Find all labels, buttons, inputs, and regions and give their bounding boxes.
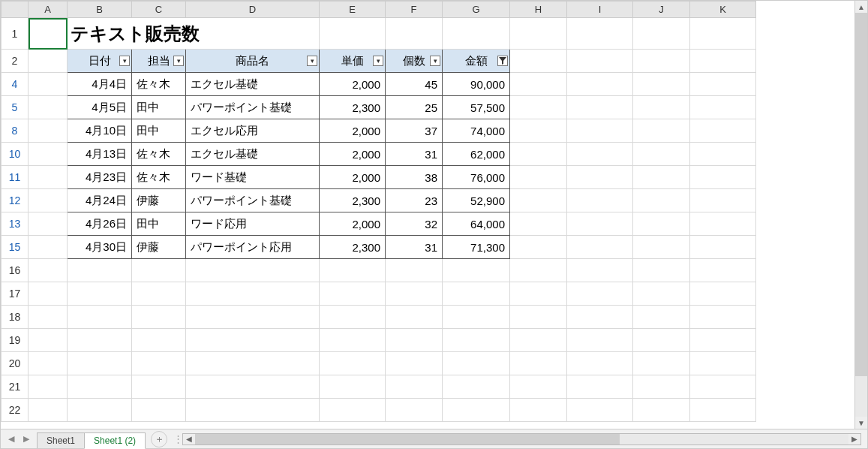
cell[interactable] xyxy=(186,375,320,399)
column-header-F[interactable]: F xyxy=(386,2,443,18)
filter-dropdown-icon[interactable]: ▾ xyxy=(173,56,184,66)
filter-dropdown-icon[interactable]: ▾ xyxy=(373,56,383,66)
data-cell-qty[interactable]: 37 xyxy=(386,119,443,143)
cell[interactable] xyxy=(510,73,567,96)
column-header-J[interactable]: J xyxy=(633,2,690,18)
cell[interactable] xyxy=(510,282,567,306)
cell[interactable] xyxy=(132,306,186,329)
cell[interactable] xyxy=(633,282,690,306)
cell[interactable] xyxy=(68,282,132,306)
data-cell-date[interactable]: 4月10日 xyxy=(68,119,132,143)
cell[interactable] xyxy=(186,399,320,422)
row-header[interactable]: 5 xyxy=(2,96,29,119)
cell[interactable] xyxy=(633,50,690,73)
row-header[interactable]: 22 xyxy=(2,399,29,422)
cell[interactable] xyxy=(633,73,690,96)
data-cell-qty[interactable]: 45 xyxy=(386,73,443,96)
cell[interactable] xyxy=(186,352,320,375)
cell[interactable] xyxy=(567,212,633,236)
hscroll-track[interactable] xyxy=(195,434,848,444)
cell[interactable] xyxy=(443,399,510,422)
cell[interactable] xyxy=(567,329,633,352)
cell[interactable] xyxy=(567,18,633,50)
data-cell-price[interactable]: 2,000 xyxy=(320,143,386,166)
data-cell-amount[interactable]: 74,000 xyxy=(443,119,510,143)
select-all-corner[interactable] xyxy=(2,2,29,18)
data-cell-price[interactable]: 2,300 xyxy=(320,236,386,259)
cell[interactable] xyxy=(690,236,756,259)
cell[interactable] xyxy=(510,119,567,143)
cell[interactable] xyxy=(29,259,68,282)
cell[interactable] xyxy=(29,236,68,259)
data-cell-staff[interactable]: 伊藤 xyxy=(132,189,186,212)
cell[interactable] xyxy=(132,329,186,352)
cell[interactable] xyxy=(567,236,633,259)
cell[interactable] xyxy=(68,329,132,352)
cell[interactable] xyxy=(68,259,132,282)
cell[interactable] xyxy=(690,119,756,143)
cell[interactable] xyxy=(29,212,68,236)
sheet-tab[interactable]: Sheet1 xyxy=(37,432,85,448)
vscroll-track[interactable] xyxy=(855,13,867,417)
vscroll-thumb[interactable] xyxy=(855,13,867,376)
data-cell-product[interactable]: パワーポイント基礎 xyxy=(186,189,320,212)
cell[interactable] xyxy=(690,143,756,166)
cell[interactable] xyxy=(186,329,320,352)
cell[interactable] xyxy=(510,212,567,236)
row-header[interactable]: 15 xyxy=(2,236,29,259)
data-cell-price[interactable]: 2,000 xyxy=(320,166,386,189)
row-header[interactable]: 18 xyxy=(2,306,29,329)
cell[interactable] xyxy=(29,375,68,399)
tab-next-button[interactable]: ▶ xyxy=(20,433,32,445)
cell[interactable] xyxy=(320,329,386,352)
cell[interactable] xyxy=(386,329,443,352)
table-header-staff[interactable]: 担当▾ xyxy=(132,50,186,73)
scroll-up-button[interactable]: ▲ xyxy=(855,1,867,13)
column-header-G[interactable]: G xyxy=(443,2,510,18)
data-cell-product[interactable]: パワーポイント基礎 xyxy=(186,96,320,119)
cell[interactable] xyxy=(567,166,633,189)
scroll-right-button[interactable]: ▶ xyxy=(848,434,860,444)
cell[interactable] xyxy=(510,50,567,73)
cell[interactable] xyxy=(567,259,633,282)
column-header-H[interactable]: H xyxy=(510,2,567,18)
filter-dropdown-icon[interactable]: ▾ xyxy=(119,56,130,66)
column-header-K[interactable]: K xyxy=(690,2,756,18)
filter-dropdown-icon[interactable]: ▾ xyxy=(307,56,317,66)
cell[interactable] xyxy=(510,306,567,329)
cell[interactable] xyxy=(510,166,567,189)
cell[interactable] xyxy=(386,306,443,329)
tab-resize-grip[interactable]: ⋮ xyxy=(173,433,178,444)
row-header[interactable]: 8 xyxy=(2,119,29,143)
cell[interactable] xyxy=(567,73,633,96)
sheet-tab[interactable]: Sheet1 (2) xyxy=(84,432,146,449)
cell[interactable] xyxy=(633,329,690,352)
new-sheet-button[interactable]: ＋ xyxy=(151,431,167,447)
data-cell-qty[interactable]: 31 xyxy=(386,143,443,166)
cell[interactable] xyxy=(510,18,567,50)
column-header-B[interactable]: B xyxy=(68,2,132,18)
data-cell-amount[interactable]: 71,300 xyxy=(443,236,510,259)
data-cell-amount[interactable]: 90,000 xyxy=(443,73,510,96)
data-cell-staff[interactable]: 佐々木 xyxy=(132,73,186,96)
cell[interactable] xyxy=(510,352,567,375)
table-header-date[interactable]: 日付▾ xyxy=(68,50,132,73)
row-header[interactable]: 13 xyxy=(2,212,29,236)
tab-prev-button[interactable]: ◀ xyxy=(5,433,17,445)
cell[interactable] xyxy=(510,96,567,119)
cell[interactable] xyxy=(320,282,386,306)
cell[interactable] xyxy=(320,306,386,329)
cell[interactable] xyxy=(690,18,756,50)
cell[interactable] xyxy=(29,73,68,96)
data-cell-staff[interactable]: 田中 xyxy=(132,119,186,143)
cell[interactable] xyxy=(29,50,68,73)
cell[interactable] xyxy=(68,399,132,422)
data-cell-date[interactable]: 4月30日 xyxy=(68,236,132,259)
cell[interactable] xyxy=(386,18,443,50)
cell[interactable] xyxy=(29,119,68,143)
cell[interactable] xyxy=(443,282,510,306)
cell[interactable] xyxy=(633,236,690,259)
data-cell-product[interactable]: ワード基礎 xyxy=(186,166,320,189)
data-cell-qty[interactable]: 32 xyxy=(386,212,443,236)
table-header-product[interactable]: 商品名▾ xyxy=(186,50,320,73)
